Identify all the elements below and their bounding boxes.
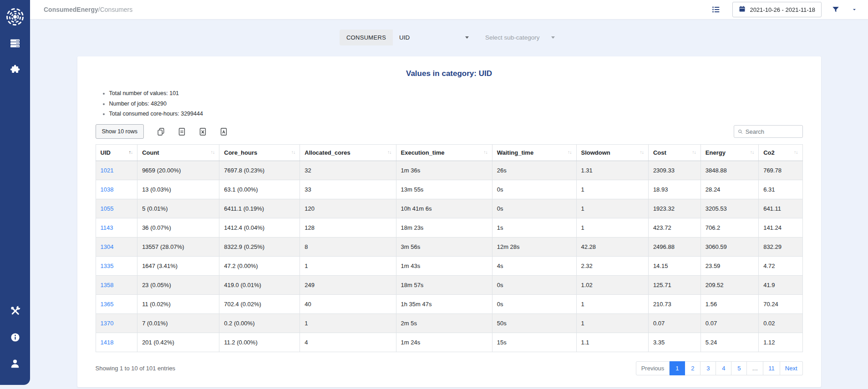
value-cell: 702.4 (0.02%) (219, 295, 300, 314)
next-page-button[interactable]: Next (780, 361, 803, 375)
value-cell: 125.71 (648, 276, 700, 295)
value-cell: 5.24 (700, 333, 758, 352)
column-header-count[interactable]: Count↑↓ (137, 145, 219, 161)
logo-icon[interactable] (5, 7, 25, 27)
stat-total-values: Total number of values: 101 (109, 90, 803, 96)
sidebar (0, 0, 30, 385)
value-cell: 423.72 (648, 218, 700, 237)
date-range-value: 2021-10-26 - 2021-11-18 (750, 6, 815, 13)
value-cell: 36 (0.07%) (137, 218, 219, 237)
value-cell: 1s (492, 218, 576, 237)
uid-link[interactable]: 1021 (101, 167, 114, 174)
column-label: Energy (706, 149, 726, 156)
value-cell: 3m 56s (396, 237, 492, 257)
uid-link[interactable]: 1358 (101, 282, 114, 288)
value-cell: 1 (576, 199, 648, 218)
column-label: Co2 (763, 149, 775, 156)
column-header-energy[interactable]: Energy↑↓ (700, 145, 758, 161)
stats-list: Total number of values: 101 Number of jo… (109, 90, 803, 117)
column-header-uid[interactable]: UID↑↓ (96, 145, 137, 161)
value-cell: 141.24 (759, 218, 802, 237)
sort-icon: ↑↓ (291, 149, 295, 155)
value-cell: 8 (300, 237, 396, 257)
table-controls: Show 10 rows (96, 124, 803, 139)
uid-link[interactable]: 1418 (101, 339, 114, 346)
sort-icon: ↑↓ (211, 149, 215, 155)
uid-cell: 1370 (96, 314, 137, 333)
entries-summary: Showing 1 to 10 of 101 entries (96, 365, 176, 372)
value-cell: 18.93 (648, 180, 700, 199)
table-row: 136511 (0.02%)702.4 (0.02%)401h 35m 47s0… (96, 295, 802, 314)
list-icon[interactable] (708, 3, 724, 16)
stat-consumed-core-hours: Total consumed core-hours: 3299444 (109, 111, 803, 117)
file-pdf-icon[interactable] (219, 127, 228, 136)
show-rows-button[interactable]: Show 10 rows (96, 124, 144, 139)
uid-cell: 1335 (96, 257, 137, 276)
value-cell: 1412.4 (0.04%) (219, 218, 300, 237)
uid-link[interactable]: 1335 (101, 263, 114, 269)
value-cell: 1 (576, 295, 648, 314)
value-cell: 11.2 (0.00%) (219, 333, 300, 352)
column-header-waiting-time[interactable]: Waiting_time↑↓ (492, 145, 576, 161)
page-button-2[interactable]: 2 (685, 361, 700, 375)
uid-link[interactable]: 1370 (101, 320, 114, 327)
category-select[interactable]: UID (393, 29, 472, 45)
uid-cell: 1021 (96, 161, 137, 180)
file-text-icon[interactable] (178, 127, 186, 136)
value-cell: 1m 43s (396, 257, 492, 276)
filter-icon[interactable] (828, 4, 843, 15)
tools-icon[interactable] (5, 301, 25, 321)
value-cell: 1 (576, 314, 648, 333)
column-header-co2[interactable]: Co2↑↓ (759, 145, 802, 161)
column-label: Allocated_cores (305, 149, 350, 156)
uid-link[interactable]: 1038 (101, 186, 114, 193)
table-row: 13707 (0.01%)0.2 (0.00%)12m 5s50s10.070.… (96, 314, 802, 333)
page-button-1[interactable]: 1 (670, 361, 685, 375)
value-cell: 63.1 (0.00%) (219, 180, 300, 199)
value-cell: 0s (492, 295, 576, 314)
tab-consumers[interactable]: CONSUMERS (340, 30, 393, 45)
uid-link[interactable]: 1365 (101, 301, 114, 308)
page-button-3[interactable]: 3 (700, 361, 716, 375)
subcategory-select[interactable]: Select sub-category (479, 29, 558, 45)
date-range-picker[interactable]: 2021-10-26 - 2021-11-18 (732, 2, 822, 17)
value-cell: 0.02 (759, 314, 802, 333)
servers-icon[interactable] (5, 33, 25, 53)
column-header-cost[interactable]: Cost↑↓ (648, 145, 700, 161)
info-icon[interactable] (5, 327, 25, 347)
value-cell: 13 (0.03%) (137, 180, 219, 199)
value-cell: 249 (300, 276, 396, 295)
column-header-core-hours[interactable]: Core_hours↑↓ (219, 145, 300, 161)
value-cell: 1 (300, 257, 396, 276)
puzzle-icon[interactable] (5, 60, 25, 80)
sort-icon: ↑↓ (568, 149, 572, 155)
previous-page-button[interactable]: Previous (636, 361, 670, 375)
value-cell: 1.02 (576, 276, 648, 295)
value-cell: 4 (300, 333, 396, 352)
value-cell: 13557 (28.07%) (137, 237, 219, 257)
pagination-ellipsis: … (747, 361, 763, 375)
column-header-slowdown[interactable]: Slowdown↑↓ (576, 145, 648, 161)
uid-link[interactable]: 1304 (101, 243, 114, 250)
sort-icon: ↑↓ (794, 149, 798, 155)
value-cell: 1.31 (576, 161, 648, 180)
category-toolbar: CONSUMERS UID Select sub-category (30, 29, 868, 45)
value-cell: 23 (0.05%) (137, 276, 219, 295)
table-row: 10219659 (20.00%)7697.8 (0.23%)321m 36s2… (96, 161, 802, 180)
page-button-11[interactable]: 11 (763, 361, 780, 375)
page-button-5[interactable]: 5 (731, 361, 747, 375)
value-cell: 1.1 (576, 333, 648, 352)
value-cell: 9659 (20.00%) (137, 161, 219, 180)
copy-icon[interactable] (157, 127, 165, 136)
file-excel-icon[interactable] (198, 127, 207, 136)
uid-link[interactable]: 1055 (101, 205, 114, 212)
chevron-down-icon[interactable] (848, 5, 861, 14)
column-header-allocated-cores[interactable]: Allocated_cores↑↓ (300, 145, 396, 161)
column-header-execution-time[interactable]: Execution_time↑↓ (396, 145, 492, 161)
search-input[interactable] (746, 128, 799, 135)
top-header: ConsumedEnergy/Consumers 2021-10-26 - 20… (30, 0, 868, 19)
uid-link[interactable]: 1143 (101, 224, 113, 231)
user-icon[interactable] (5, 354, 25, 374)
value-cell: 3.35 (648, 333, 700, 352)
page-button-4[interactable]: 4 (716, 361, 731, 375)
